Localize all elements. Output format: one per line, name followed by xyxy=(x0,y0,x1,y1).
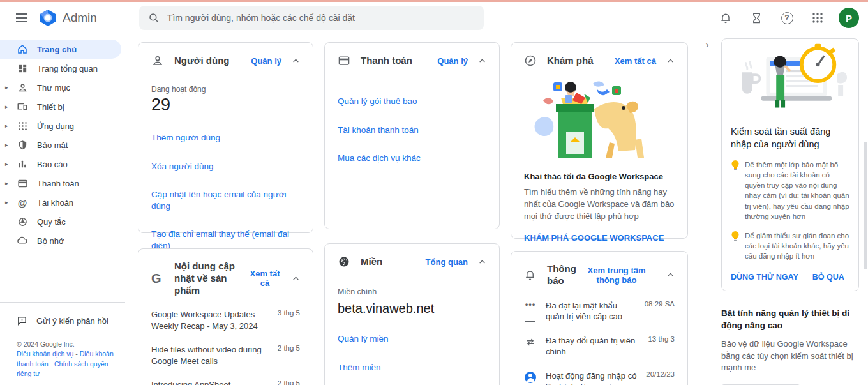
discover-workspace-link[interactable]: KHÁM PHÁ GOOGLE WORKSPACE xyxy=(524,233,664,243)
update-date: 2 thg 5 xyxy=(278,344,300,366)
domains-card: Miền Tổng quan Miền chính beta.vinaweb.n… xyxy=(324,243,500,385)
alert-time: 20/12/23 xyxy=(646,370,675,385)
updates-see-all-link[interactable]: Xem tất cả xyxy=(248,269,281,288)
card-column-3: Khám phá Xem tất cả xyxy=(511,42,688,385)
search-bar[interactable] xyxy=(139,6,484,30)
divider xyxy=(714,47,714,56)
dashboard-icon xyxy=(17,63,28,74)
expand-caret-icon[interactable]: ▸ xyxy=(5,84,8,91)
collapse-chevron-icon[interactable] xyxy=(666,57,675,65)
card-title: Thông báo xyxy=(547,263,577,287)
sidebar-item-storage[interactable]: Bộ nhớ xyxy=(0,231,121,250)
update-title[interactable]: Hide tiles without video during Google M… xyxy=(151,344,271,366)
active-users-count: 29 xyxy=(151,95,300,115)
sidebar-item-label: Ứng dụng xyxy=(37,121,74,131)
try-now-button[interactable]: DÙNG THỬ NGAY xyxy=(731,273,798,282)
promo-tip-text: Để giảm thiểu sự gián đoạn cho các loại … xyxy=(745,230,849,261)
sidebar-item-reports[interactable]: ▸ Báo cáo xyxy=(0,155,121,174)
promo-tip-text: Để thêm một lớp bảo mật bổ sung cho các … xyxy=(745,160,849,222)
card-column-2: Thanh toán Quản lý Quản lý gói thuê bao … xyxy=(324,42,500,385)
add-domain-link[interactable]: Thêm miền xyxy=(338,362,486,374)
expand-caret-icon[interactable]: ▸ xyxy=(5,123,8,129)
discover-headline: Khai thác tối đa Google Workspace xyxy=(524,172,675,181)
search-input[interactable] xyxy=(167,13,475,23)
dismiss-button[interactable]: BỎ QUA xyxy=(812,273,844,282)
update-user-link[interactable]: Cập nhật tên hoặc email của người dùng xyxy=(151,189,300,211)
collapse-chevron-icon[interactable] xyxy=(292,275,300,283)
sidebar-item-label: Trang chủ xyxy=(37,45,77,54)
delete-user-link[interactable]: Xóa người dùng xyxy=(151,161,300,172)
admin-logo: Admin xyxy=(38,8,97,27)
shield-icon xyxy=(17,140,28,151)
mdm-promo-section: Bật tính năng quản lý thiết bị di động n… xyxy=(721,308,859,385)
add-user-link[interactable]: Thêm người dùng xyxy=(151,132,300,144)
bell-icon xyxy=(524,269,537,281)
alert-title[interactable]: Đã thay đổi quản trị viên chính xyxy=(546,335,639,358)
users-card: Người dùng Quản lý Đang hoạt động 29 Thê… xyxy=(138,42,313,233)
mdm-title: Bật tính năng quản lý thiết bị di động n… xyxy=(721,308,859,332)
sidebar-item-billing[interactable]: ▸ Thanh toán xyxy=(0,174,121,193)
bar-chart-icon xyxy=(17,159,28,169)
collapse-chevron-icon[interactable] xyxy=(478,258,486,266)
notifications-bell-icon[interactable] xyxy=(714,6,738,30)
person-icon xyxy=(17,82,28,93)
alert-title[interactable]: Hoạt động đăng nhập có lập trình đáng ng… xyxy=(546,370,637,385)
terms-of-service-link[interactable]: Điều khoản dịch vụ xyxy=(17,350,73,358)
avatar[interactable]: P xyxy=(839,8,859,28)
send-feedback-label: Gửi ý kiến phản hồi xyxy=(36,316,108,326)
buy-services-link[interactable]: Mua các dịch vụ khác xyxy=(338,153,486,164)
sidebar-item-directory[interactable]: ▸ Thư mục xyxy=(0,78,121,97)
sidebar-item-home[interactable]: Trang chủ xyxy=(0,40,121,59)
tasks-hourglass-icon[interactable] xyxy=(744,6,768,30)
sidebar-item-devices[interactable]: ▸ Thiết bị xyxy=(0,97,121,116)
collapse-chevron-icon[interactable] xyxy=(478,57,486,65)
copyright: © 2024 Google Inc. xyxy=(17,340,119,349)
sidebar-item-account[interactable]: ▸ @ Tài khoản xyxy=(0,193,121,212)
apps-grid-icon[interactable] xyxy=(805,6,830,30)
admin-logo-icon xyxy=(38,8,57,27)
menu-icon[interactable] xyxy=(9,5,34,31)
update-title[interactable]: Introducing AppSheet Organizations xyxy=(151,379,271,385)
manage-subscriptions-link[interactable]: Quản lý gói thuê bao xyxy=(338,96,486,107)
session-length-promo-card: Kiểm soát tần suất đăng nhập của người d… xyxy=(721,38,859,291)
cloud-icon xyxy=(17,235,28,246)
alert-title[interactable]: Đã đặt lại mật khẩu quản trị viên cấp ca… xyxy=(546,300,636,322)
billing-manage-link[interactable]: Quản lý xyxy=(437,56,468,66)
scrollbar[interactable] xyxy=(863,33,868,385)
scrollbar-thumb[interactable] xyxy=(864,142,867,269)
alert-item: Hoạt động đăng nhập có lập trình đáng ng… xyxy=(524,370,675,385)
users-manage-link[interactable]: Quản lý xyxy=(251,56,281,66)
legal-links: Điều khoản dịch vụ - Điều khoản thanh to… xyxy=(17,349,119,379)
collapse-panel-chevron-icon[interactable]: › xyxy=(700,36,715,52)
expand-caret-icon[interactable]: ▸ xyxy=(5,142,8,148)
collapse-chevron-icon[interactable] xyxy=(666,271,675,279)
billing-accounts-link[interactable]: Tài khoản thanh toán xyxy=(338,125,486,136)
expand-caret-icon[interactable]: ▸ xyxy=(5,199,8,206)
primary-domain-label: Miền chính xyxy=(338,287,486,296)
domains-overview-link[interactable]: Tổng quan xyxy=(426,257,468,267)
alert-center-link[interactable]: Xem trung tâm thông báo xyxy=(577,266,656,285)
separator: - xyxy=(50,360,53,368)
sidebar-item-apps[interactable]: ▸ Ứng dụng xyxy=(0,116,121,135)
sidebar-item-dashboard[interactable]: Trang tổng quan xyxy=(0,59,121,78)
discover-see-all-link[interactable]: Xem tất cả xyxy=(615,56,656,66)
expand-caret-icon[interactable]: ▸ xyxy=(5,161,8,167)
sidebar-item-rules[interactable]: Quy tắc xyxy=(0,212,121,231)
lightbulb-icon xyxy=(731,230,740,261)
update-title[interactable]: Google Workspace Updates Weekly Recap - … xyxy=(151,309,271,331)
user-circle-icon xyxy=(524,370,537,385)
credit-card-icon xyxy=(338,54,350,67)
discover-body: Tìm hiểu thêm về những tính năng hay nhấ… xyxy=(524,186,675,223)
sidebar-item-label: Tài khoản xyxy=(37,198,73,208)
alerts-card: Thông báo Xem trung tâm thông báo ••• Đã… xyxy=(511,251,688,385)
feedback-icon xyxy=(17,315,27,326)
help-icon[interactable]: ? xyxy=(775,6,799,30)
admin-console: Admin ? xyxy=(0,0,868,385)
card-column-1: Người dùng Quản lý Đang hoạt động 29 Thê… xyxy=(138,42,313,385)
send-feedback-button[interactable]: Gửi ý kiến phản hồi xyxy=(0,312,125,329)
expand-caret-icon[interactable]: ▸ xyxy=(5,180,8,186)
manage-domains-link[interactable]: Quản lý miền xyxy=(338,333,486,345)
collapse-chevron-icon[interactable] xyxy=(292,57,300,65)
expand-caret-icon[interactable]: ▸ xyxy=(5,103,8,110)
sidebar-item-security[interactable]: ▸ Bảo mật xyxy=(0,135,121,155)
